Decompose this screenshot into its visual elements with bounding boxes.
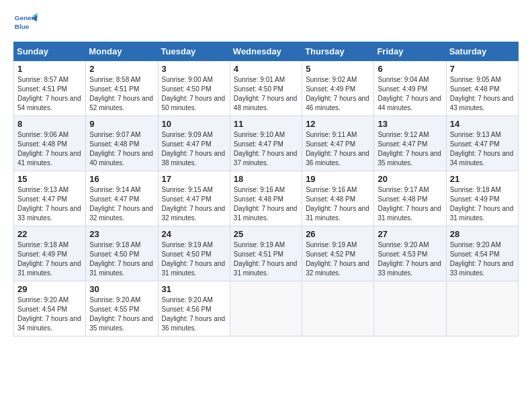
cell-info: Sunrise: 9:20 AMSunset: 4:54 PMDaylight:… xyxy=(450,241,514,277)
calendar-cell: 28Sunrise: 9:20 AMSunset: 4:54 PMDayligh… xyxy=(446,226,518,281)
calendar-cell: 22Sunrise: 9:18 AMSunset: 4:49 PMDayligh… xyxy=(14,226,86,281)
cell-info: Sunrise: 9:20 AMSunset: 4:54 PMDaylight:… xyxy=(17,296,81,332)
calendar-cell: 3Sunrise: 9:00 AMSunset: 4:50 PMDaylight… xyxy=(158,61,230,116)
cell-info: Sunrise: 9:12 AMSunset: 4:47 PMDaylight:… xyxy=(378,131,441,167)
day-number: 17 xyxy=(162,174,226,184)
calendar-cell: 5Sunrise: 9:02 AMSunset: 4:49 PMDaylight… xyxy=(302,61,374,116)
calendar-cell: 21Sunrise: 9:18 AMSunset: 4:49 PMDayligh… xyxy=(446,171,518,226)
calendar-cell xyxy=(302,281,374,336)
cell-info: Sunrise: 9:19 AMSunset: 4:50 PMDaylight:… xyxy=(162,241,226,277)
day-number: 2 xyxy=(89,64,154,74)
cell-info: Sunrise: 9:13 AMSunset: 4:47 PMDaylight:… xyxy=(450,131,514,167)
calendar-cell: 17Sunrise: 9:15 AMSunset: 4:47 PMDayligh… xyxy=(158,171,230,226)
calendar-cell xyxy=(230,281,302,336)
calendar-cell: 14Sunrise: 9:13 AMSunset: 4:47 PMDayligh… xyxy=(446,116,518,171)
cell-info: Sunrise: 9:17 AMSunset: 4:48 PMDaylight:… xyxy=(378,186,441,222)
day-number: 20 xyxy=(378,174,442,184)
calendar-cell: 26Sunrise: 9:19 AMSunset: 4:52 PMDayligh… xyxy=(302,226,374,281)
day-number: 4 xyxy=(234,64,298,74)
cell-info: Sunrise: 9:07 AMSunset: 4:48 PMDaylight:… xyxy=(89,131,153,167)
calendar-cell: 18Sunrise: 9:16 AMSunset: 4:48 PMDayligh… xyxy=(230,171,302,226)
calendar-cell: 8Sunrise: 9:06 AMSunset: 4:48 PMDaylight… xyxy=(14,116,86,171)
calendar-cell: 31Sunrise: 9:20 AMSunset: 4:56 PMDayligh… xyxy=(158,281,230,336)
weekday-header-monday: Monday xyxy=(86,42,158,61)
day-number: 25 xyxy=(234,229,298,239)
calendar-cell: 13Sunrise: 9:12 AMSunset: 4:47 PMDayligh… xyxy=(374,116,446,171)
day-number: 15 xyxy=(17,174,82,184)
day-number: 8 xyxy=(17,119,82,129)
day-number: 11 xyxy=(234,119,298,129)
day-number: 18 xyxy=(234,174,298,184)
cell-info: Sunrise: 9:20 AMSunset: 4:56 PMDaylight:… xyxy=(162,296,226,332)
day-number: 22 xyxy=(17,229,82,239)
day-number: 19 xyxy=(306,174,370,184)
calendar-cell: 2Sunrise: 8:58 AMSunset: 4:51 PMDaylight… xyxy=(86,61,158,116)
calendar-cell: 7Sunrise: 9:05 AMSunset: 4:48 PMDaylight… xyxy=(446,61,518,116)
weekday-header-tuesday: Tuesday xyxy=(158,42,230,61)
weekday-header-friday: Friday xyxy=(374,42,446,61)
cell-info: Sunrise: 9:09 AMSunset: 4:47 PMDaylight:… xyxy=(162,131,226,167)
day-number: 12 xyxy=(306,119,370,129)
day-number: 23 xyxy=(89,229,154,239)
cell-info: Sunrise: 9:15 AMSunset: 4:47 PMDaylight:… xyxy=(162,186,226,222)
week-row-3: 15Sunrise: 9:13 AMSunset: 4:47 PMDayligh… xyxy=(14,171,519,226)
cell-info: Sunrise: 8:57 AMSunset: 4:51 PMDaylight:… xyxy=(17,76,81,111)
day-number: 7 xyxy=(450,64,515,74)
calendar-cell: 27Sunrise: 9:20 AMSunset: 4:53 PMDayligh… xyxy=(374,226,446,281)
day-number: 10 xyxy=(162,119,226,129)
cell-info: Sunrise: 9:16 AMSunset: 4:48 PMDaylight:… xyxy=(306,186,369,222)
cell-info: Sunrise: 9:00 AMSunset: 4:50 PMDaylight:… xyxy=(162,76,226,111)
calendar-cell: 25Sunrise: 9:19 AMSunset: 4:51 PMDayligh… xyxy=(230,226,302,281)
calendar-cell: 1Sunrise: 8:57 AMSunset: 4:51 PMDaylight… xyxy=(14,61,86,116)
cell-info: Sunrise: 9:20 AMSunset: 4:55 PMDaylight:… xyxy=(89,296,153,332)
header-row: SundayMondayTuesdayWednesdayThursdayFrid… xyxy=(14,42,519,61)
calendar-table: SundayMondayTuesdayWednesdayThursdayFrid… xyxy=(13,42,519,336)
calendar-cell: 12Sunrise: 9:11 AMSunset: 4:47 PMDayligh… xyxy=(302,116,374,171)
day-number: 29 xyxy=(17,284,82,294)
cell-info: Sunrise: 9:13 AMSunset: 4:47 PMDaylight:… xyxy=(17,186,81,222)
logo: General Blue xyxy=(13,11,38,35)
week-row-1: 1Sunrise: 8:57 AMSunset: 4:51 PMDaylight… xyxy=(14,61,519,116)
calendar-cell xyxy=(446,281,518,336)
day-number: 21 xyxy=(450,174,515,184)
cell-info: Sunrise: 9:14 AMSunset: 4:47 PMDaylight:… xyxy=(89,186,153,222)
calendar-cell: 10Sunrise: 9:09 AMSunset: 4:47 PMDayligh… xyxy=(158,116,230,171)
day-number: 5 xyxy=(306,64,370,74)
cell-info: Sunrise: 8:58 AMSunset: 4:51 PMDaylight:… xyxy=(89,76,153,111)
day-number: 28 xyxy=(450,229,515,239)
weekday-header-wednesday: Wednesday xyxy=(230,42,302,61)
cell-info: Sunrise: 9:10 AMSunset: 4:47 PMDaylight:… xyxy=(234,131,298,167)
day-number: 31 xyxy=(162,284,226,294)
weekday-header-sunday: Sunday xyxy=(14,42,86,61)
day-number: 26 xyxy=(306,229,370,239)
calendar-cell xyxy=(374,281,446,336)
day-number: 6 xyxy=(378,64,442,74)
calendar-cell: 23Sunrise: 9:18 AMSunset: 4:50 PMDayligh… xyxy=(86,226,158,281)
cell-info: Sunrise: 9:19 AMSunset: 4:52 PMDaylight:… xyxy=(306,241,369,277)
day-number: 27 xyxy=(378,229,442,239)
day-number: 24 xyxy=(162,229,226,239)
calendar-cell: 15Sunrise: 9:13 AMSunset: 4:47 PMDayligh… xyxy=(14,171,86,226)
week-row-5: 29Sunrise: 9:20 AMSunset: 4:54 PMDayligh… xyxy=(14,281,519,336)
calendar-cell: 29Sunrise: 9:20 AMSunset: 4:54 PMDayligh… xyxy=(14,281,86,336)
cell-info: Sunrise: 9:18 AMSunset: 4:49 PMDaylight:… xyxy=(450,186,514,222)
cell-info: Sunrise: 9:05 AMSunset: 4:48 PMDaylight:… xyxy=(450,76,514,111)
calendar-cell: 24Sunrise: 9:19 AMSunset: 4:50 PMDayligh… xyxy=(158,226,230,281)
calendar-cell: 19Sunrise: 9:16 AMSunset: 4:48 PMDayligh… xyxy=(302,171,374,226)
day-number: 14 xyxy=(450,119,515,129)
cell-info: Sunrise: 9:04 AMSunset: 4:49 PMDaylight:… xyxy=(378,76,441,111)
day-number: 3 xyxy=(162,64,226,74)
day-number: 9 xyxy=(89,119,154,129)
calendar-cell: 16Sunrise: 9:14 AMSunset: 4:47 PMDayligh… xyxy=(86,171,158,226)
week-row-4: 22Sunrise: 9:18 AMSunset: 4:49 PMDayligh… xyxy=(14,226,519,281)
calendar-cell: 4Sunrise: 9:01 AMSunset: 4:50 PMDaylight… xyxy=(230,61,302,116)
day-number: 30 xyxy=(89,284,154,294)
weekday-header-thursday: Thursday xyxy=(302,42,374,61)
cell-info: Sunrise: 9:11 AMSunset: 4:47 PMDaylight:… xyxy=(306,131,369,167)
day-number: 16 xyxy=(89,174,154,184)
logo-icon: General Blue xyxy=(13,11,38,35)
calendar-cell: 9Sunrise: 9:07 AMSunset: 4:48 PMDaylight… xyxy=(86,116,158,171)
calendar-cell: 11Sunrise: 9:10 AMSunset: 4:47 PMDayligh… xyxy=(230,116,302,171)
week-row-2: 8Sunrise: 9:06 AMSunset: 4:48 PMDaylight… xyxy=(14,116,519,171)
cell-info: Sunrise: 9:19 AMSunset: 4:51 PMDaylight:… xyxy=(234,241,298,277)
